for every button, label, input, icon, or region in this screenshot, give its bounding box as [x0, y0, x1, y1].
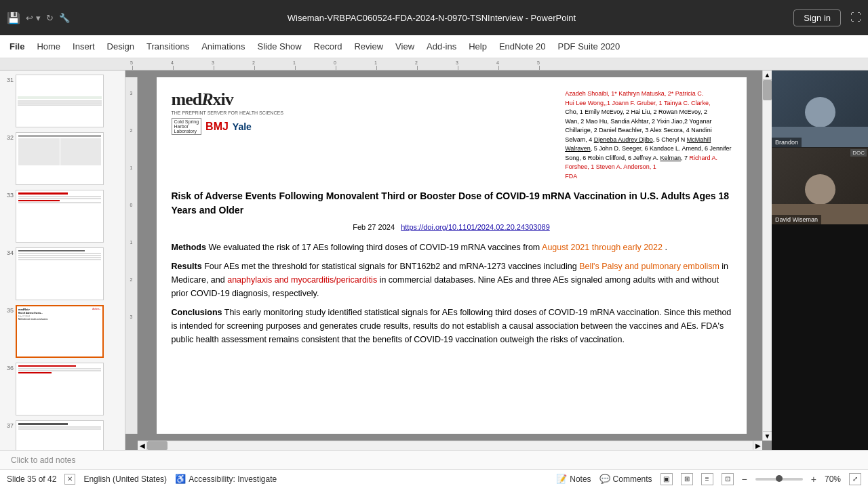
zoom-out-button[interactable]: −	[742, 474, 747, 485]
slide-title: Risk of Adverse Events Following Monoval…	[172, 189, 732, 218]
slide-thumb-34[interactable]: 34	[0, 246, 125, 302]
view-normal[interactable]: ▣	[660, 473, 673, 485]
menu-design[interactable]: Design	[102, 39, 140, 54]
accessibility-warning[interactable]: ♿ Accessibility: Investigate	[175, 474, 277, 484]
save-icon[interactable]: 💾	[7, 12, 20, 24]
slide-canvas: medRxiv THE PREPRINT SERVER FOR HEALTH S…	[157, 77, 747, 434]
video-brandon: Brandon	[772, 70, 868, 148]
view-reading[interactable]: ≡	[701, 473, 713, 485]
title-bar-text: Wiseman-VRBPAC060524-FDA-2024-N-0970-TSN…	[75, 13, 789, 23]
conclusions-paragraph: Conclusions This early monitoring study …	[172, 306, 732, 346]
error-indicator[interactable]: ✕	[64, 474, 75, 485]
slide-thumb-31[interactable]: 31	[0, 73, 125, 129]
menu-review[interactable]: Review	[349, 39, 389, 54]
accessibility-icon: ♿	[175, 474, 186, 484]
fit-slide-button[interactable]: ⤢	[849, 473, 861, 485]
yale-logo: Yale	[233, 121, 252, 132]
fullscreen-icon[interactable]: ⛶	[850, 12, 861, 24]
redo-icon[interactable]: ↻	[46, 13, 54, 23]
menu-insert[interactable]: Insert	[67, 39, 100, 54]
slide-thumb-37[interactable]: 37	[0, 419, 125, 450]
scrollbar-down-arrow[interactable]: ▼	[763, 431, 772, 441]
slide-count: Slide 35 of 42	[7, 474, 56, 484]
medrxiv-tagline: THE PREPRINT SERVER FOR HEALTH SCIENCES	[172, 110, 283, 115]
scrollbar-up-arrow[interactable]: ▲	[763, 70, 772, 80]
medrxiv-logo: medRxiv	[172, 89, 283, 110]
slide-number-34: 34	[3, 247, 14, 256]
conclusions-label: Conclusions	[172, 308, 222, 317]
slide-number-35: 35	[3, 305, 14, 314]
menu-transitions[interactable]: Transitions	[141, 39, 195, 54]
menu-endnote[interactable]: EndNote 20	[494, 39, 551, 54]
slide-number-36: 36	[3, 363, 14, 371]
zoom-in-button[interactable]: +	[811, 474, 816, 485]
video-name-brandon: Brandon	[772, 138, 802, 147]
doi-link[interactable]: https://doi.org/10.1101/2024.02.20.24303…	[401, 223, 550, 231]
zoom-level: 70%	[825, 474, 841, 484]
slide-doi: Feb 27 2024 https://doi.org/10.1101/2024…	[172, 223, 732, 231]
notes-bar[interactable]: Click to add notes	[0, 450, 868, 469]
comments-icon: 💬	[599, 474, 610, 484]
video-name-david: David Wiseman	[772, 215, 821, 224]
methods-label: Methods	[172, 243, 206, 252]
menu-home[interactable]: Home	[31, 39, 66, 54]
methods-paragraph: Methods We evaluated the risk of 17 AEs …	[172, 241, 732, 254]
menu-animations[interactable]: Animations	[196, 39, 250, 54]
menu-record[interactable]: Record	[309, 39, 348, 54]
comments-button[interactable]: 💬 Comments	[599, 474, 652, 484]
menu-addins[interactable]: Add-ins	[421, 39, 462, 54]
status-bar: Slide 35 of 42 ✕ English (United States)…	[0, 469, 868, 488]
zoom-slider[interactable]	[755, 478, 803, 481]
menu-file[interactable]: File	[4, 39, 30, 54]
cshl-logo: Cold SpringHarborLaboratory	[172, 118, 202, 135]
customize-icon[interactable]: 🔧	[59, 13, 70, 23]
notes-button[interactable]: 📝 Notes	[556, 474, 591, 484]
menu-pdfsuite[interactable]: PDF Suite 2020	[553, 39, 626, 54]
slide-thumb-35[interactable]: 35 medRxiv Authors... Risk of Adverse Ev…	[0, 304, 125, 359]
menu-slideshow[interactable]: Slide Show	[252, 39, 307, 54]
slide-thumb-33[interactable]: 33	[0, 188, 125, 244]
slide-number-32: 32	[3, 132, 14, 141]
language-status: English (United States)	[83, 474, 167, 484]
notes-placeholder: Click to add notes	[11, 455, 75, 465]
view-presenter[interactable]: ⊡	[722, 473, 734, 485]
doc-badge: DOC	[850, 149, 867, 157]
results-highlight2: anaphylaxis and myocarditis/pericarditis	[227, 275, 377, 285]
signin-button[interactable]: Sign in	[793, 9, 841, 26]
results-highlight1: Bell's Palsy and pulmonary embolism	[579, 262, 719, 271]
menu-help[interactable]: Help	[463, 39, 492, 54]
results-paragraph: Results Four AEs met the threshold for s…	[172, 260, 732, 300]
notes-icon: 📝	[556, 474, 567, 484]
slide-thumb-32[interactable]: 32	[0, 131, 125, 186]
slide-number-37: 37	[3, 420, 14, 429]
view-grid[interactable]: ⊞	[681, 473, 693, 485]
scrollbar-right-arrow[interactable]: ▶	[753, 441, 762, 450]
slide-number-31: 31	[3, 75, 14, 83]
scrollbar-left-arrow[interactable]: ◀	[138, 441, 147, 450]
menu-view[interactable]: View	[390, 39, 420, 54]
slide-thumb-36[interactable]: 36	[0, 361, 125, 417]
authors-block: Azadeh Shoaibi, 1* Kathryn Matuska, 2* P…	[565, 89, 731, 181]
undo-icon[interactable]: ↩ ▾	[26, 13, 41, 23]
results-label: Results	[172, 262, 202, 271]
bmj-logo: BMJ	[205, 121, 229, 133]
video-david-wiseman: David Wiseman DOC	[772, 148, 868, 224]
slide-number-33: 33	[3, 190, 14, 199]
methods-highlight: August 2021 through early 2022	[542, 243, 663, 252]
